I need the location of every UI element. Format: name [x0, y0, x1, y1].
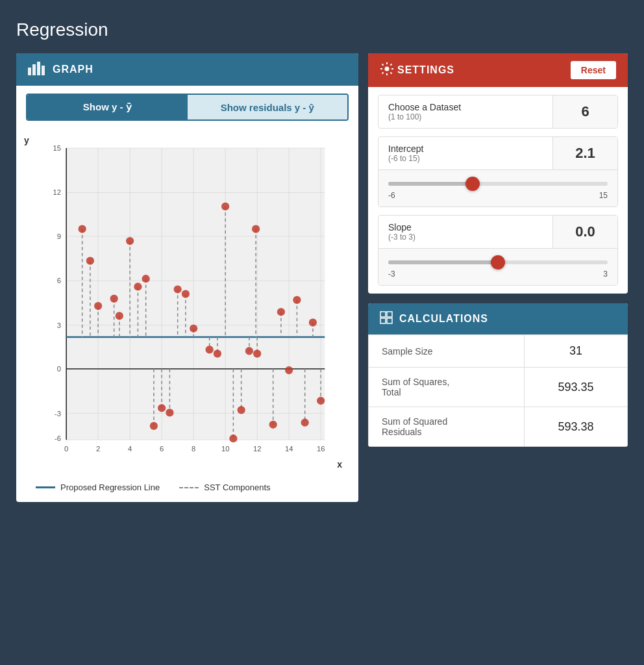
ssr-label: Sum of SquaredResiduals: [369, 407, 525, 447]
settings-header-label: SETTINGS: [397, 64, 571, 76]
svg-point-63: [166, 408, 173, 416]
dataset-value: 6: [552, 95, 617, 128]
svg-text:2: 2: [96, 445, 100, 453]
legend-row: Proposed Regression Line SST Components: [16, 476, 358, 502]
svg-point-77: [229, 434, 237, 442]
svg-point-75: [221, 203, 229, 210]
calculations-header-label: CALCULATIONS: [399, 313, 488, 325]
intercept-slider-labels: -6 15: [388, 191, 608, 203]
dataset-top: Choose a Dataset (1 to 100) 6: [378, 95, 617, 128]
svg-point-51: [116, 312, 123, 320]
svg-point-85: [252, 225, 260, 233]
svg-text:3: 3: [57, 321, 61, 329]
svg-text:10: 10: [221, 445, 229, 453]
svg-rect-102: [387, 312, 392, 317]
svg-point-81: [245, 347, 253, 355]
svg-point-83: [253, 349, 261, 357]
svg-point-65: [174, 285, 182, 293]
svg-point-91: [285, 366, 293, 374]
sst-value: 593.35: [525, 368, 628, 407]
svg-rect-103: [380, 318, 386, 323]
y-axis-label: y: [24, 135, 29, 145]
svg-text:0: 0: [64, 445, 68, 453]
dataset-row: Choose a Dataset (1 to 100) 6: [378, 95, 618, 129]
settings-body: Choose a Dataset (1 to 100) 6 Intercept …: [368, 87, 628, 294]
slope-slider-thumb[interactable]: [491, 255, 505, 270]
sst-label: Sum of Squares,Total: [369, 368, 525, 407]
sample-size-label: Sample Size: [369, 335, 525, 368]
legend-dashed-line: [179, 487, 199, 488]
slope-slider-labels: -3 3: [388, 270, 608, 282]
slope-top: Slope (-3 to 3) 0.0: [378, 216, 617, 248]
svg-point-59: [150, 422, 158, 430]
svg-rect-104: [387, 318, 392, 323]
svg-point-93: [293, 296, 301, 304]
graph-area: y x: [16, 129, 358, 476]
svg-point-89: [277, 308, 285, 316]
svg-text:12: 12: [253, 445, 261, 453]
svg-rect-3: [42, 66, 45, 75]
table-row: Sum of Squares,Total 593.35: [369, 368, 628, 407]
svg-point-53: [126, 237, 134, 245]
ssr-value: 593.38: [525, 407, 628, 447]
table-icon: [380, 311, 393, 327]
slope-slider-track[interactable]: [388, 260, 608, 264]
slope-value: 0.0: [552, 216, 617, 248]
chart-wrapper: y x: [23, 132, 349, 470]
svg-rect-1: [32, 64, 36, 75]
table-row: Sample Size 31: [369, 335, 628, 368]
chart-svg: 15 12 9 6 3 0 -3 -6 0 2 4 6 8: [36, 145, 342, 463]
intercept-slider-row: -6 15: [378, 169, 617, 207]
svg-text:15: 15: [53, 145, 60, 152]
svg-point-97: [309, 318, 317, 326]
svg-text:6: 6: [57, 277, 61, 284]
app-container: Regression GRAPH Show y - ȳ Show residua…: [6, 6, 638, 665]
intercept-slider-track[interactable]: [388, 182, 608, 186]
graph-header-label: GRAPH: [53, 64, 93, 75]
svg-rect-0: [28, 68, 31, 75]
toggle-show-residuals[interactable]: Show residuals y - ŷ: [188, 95, 348, 119]
svg-point-43: [79, 225, 86, 233]
calculations-table: Sample Size 31 Sum of Squares,Total 593.…: [368, 334, 628, 447]
svg-point-73: [214, 349, 221, 357]
calculations-panel: CALCULATIONS Sample Size 31 Sum of Squar…: [368, 303, 628, 447]
svg-point-45: [86, 257, 94, 265]
right-panel: SETTINGS Reset Choose a Dataset (1 to 10…: [368, 53, 628, 502]
main-content: GRAPH Show y - ȳ Show residuals y - ŷ y …: [16, 53, 628, 502]
toggle-row: Show y - ȳ Show residuals y - ŷ: [26, 94, 349, 121]
svg-point-71: [206, 345, 214, 353]
slope-label: Slope (-3 to 3): [378, 216, 552, 248]
toggle-show-ybar[interactable]: Show y - ȳ: [27, 95, 188, 119]
intercept-value: 2.1: [552, 137, 617, 169]
svg-point-99: [317, 397, 325, 405]
dataset-label: Choose a Dataset (1 to 100): [378, 95, 552, 128]
intercept-slider-thumb[interactable]: [465, 177, 480, 191]
legend-regression-label: Proposed Regression Line: [60, 483, 160, 492]
svg-text:6: 6: [160, 445, 164, 453]
svg-point-79: [238, 406, 245, 414]
reset-button[interactable]: Reset: [571, 61, 616, 79]
svg-point-57: [142, 275, 150, 282]
svg-point-61: [158, 404, 166, 412]
intercept-top: Intercept (-6 to 15) 2.1: [378, 137, 617, 169]
svg-rect-101: [380, 312, 386, 317]
sample-size-value: 31: [525, 335, 628, 368]
legend-solid-line: [36, 486, 55, 488]
table-row: Sum of SquaredResiduals 593.38: [369, 407, 628, 447]
svg-text:4: 4: [128, 445, 132, 453]
svg-point-95: [301, 419, 309, 427]
app-title: Regression: [16, 16, 628, 44]
legend-regression-line: Proposed Regression Line: [36, 483, 160, 492]
svg-point-55: [134, 282, 142, 290]
svg-point-47: [94, 302, 102, 310]
svg-text:0: 0: [57, 365, 61, 373]
legend-sst-label: SST Components: [204, 483, 270, 492]
slope-slider-fill: [388, 260, 498, 264]
intercept-label: Intercept (-6 to 15): [378, 137, 552, 169]
svg-point-87: [269, 421, 277, 429]
svg-rect-4: [66, 148, 325, 440]
svg-text:8: 8: [192, 445, 195, 453]
svg-point-67: [182, 290, 190, 298]
slope-row: Slope (-3 to 3) 0.0: [378, 215, 618, 286]
left-panel: GRAPH Show y - ȳ Show residuals y - ŷ y …: [16, 53, 358, 502]
